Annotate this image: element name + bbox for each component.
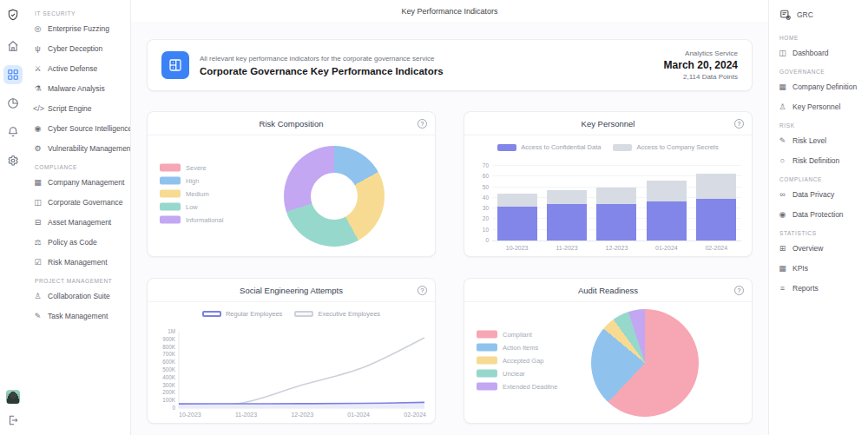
nav-item-key-personnel[interactable]: ♙Key Personnel [778, 102, 863, 111]
shield-logo-icon[interactable] [3, 5, 23, 24]
y-axis-tick: 300K [155, 382, 175, 388]
nav-item-kpis[interactable]: ▦KPIs [778, 264, 863, 273]
nav-item-company-management[interactable]: ▦Company Management [33, 178, 127, 187]
legend-label: Compliant [503, 330, 532, 338]
avatar[interactable] [6, 390, 20, 404]
legend-swatch [613, 144, 632, 151]
legend-label: Severe [186, 163, 207, 171]
glasses-icon: ∞ [778, 190, 787, 199]
nav-item-risk-level[interactable]: ✎Risk Level [778, 136, 863, 145]
legend-item-compliant: Compliant [477, 330, 557, 338]
nav-item-label: Corporate Governance [48, 198, 122, 207]
nav-item-task-management[interactable]: ✎Task Management [33, 312, 127, 320]
nav-item-label: Data Protection [792, 210, 844, 219]
legend-label: Medium [186, 189, 209, 197]
left-nav: IT SECURITY◎Enterprise FuzzingψCyber Dec… [26, 0, 130, 435]
help-icon[interactable]: ? [734, 119, 744, 129]
bar-segment [647, 201, 687, 241]
nav-item-label: Malware Analysis [48, 84, 105, 93]
help-icon[interactable]: ? [418, 286, 427, 295]
y-axis-tick: 1M [155, 328, 175, 334]
section-label-compliance: COMPLIANCE [779, 176, 863, 182]
nav-item-dashboard[interactable]: ◫Dashboard [778, 49, 863, 57]
grc-module-icon [779, 9, 792, 21]
bar-01-2024[interactable] [647, 181, 687, 241]
nav-item-label: Company Management [48, 178, 124, 187]
nav-item-risk-definition[interactable]: ○Risk Definition [778, 156, 863, 165]
nav-item-cyber-source-intelligence[interactable]: ◉Cyber Source Intelligence [33, 124, 127, 133]
window-icon: ◫ [778, 49, 787, 57]
swords-icon: ⚔ [33, 64, 43, 73]
nav-item-enterprise-fuzzing[interactable]: ◎Enterprise Fuzzing [33, 24, 127, 33]
legend-swatch [160, 189, 181, 197]
nav-item-label: Key Personnel [792, 102, 840, 111]
bar-11-2023[interactable] [547, 190, 587, 241]
legend-swatch [160, 215, 181, 223]
nav-item-label: Data Privacy [792, 190, 834, 199]
y-axis-tick: 600K [155, 359, 175, 365]
legend-item-regular-employees: Regular Employees [202, 310, 282, 318]
x-axis-tick: 11-2023 [235, 412, 257, 418]
pie-plot [591, 309, 699, 417]
main-panel: Key Performance Indicators All relevant … [130, 0, 769, 435]
bar-02-2024[interactable] [696, 174, 736, 241]
legend-swatch [160, 202, 181, 210]
nav-item-data-privacy[interactable]: ∞Data Privacy [778, 190, 863, 199]
nav-item-risk-management[interactable]: ☑Risk Management [33, 258, 127, 267]
card-title: Risk Composition [260, 119, 324, 129]
y-axis-tick: 400K [155, 374, 175, 380]
stack-icon: ≡ [778, 284, 787, 293]
check-shield-icon: ☑ [33, 258, 43, 267]
flask-icon: ⚗ [33, 84, 43, 93]
nav-item-label: Active Defense [48, 64, 97, 73]
x-axis-tick: 10-2023 [497, 245, 537, 251]
help-icon[interactable]: ? [734, 286, 744, 295]
nav-item-corporate-governance[interactable]: ◫Corporate Governance [33, 198, 127, 207]
legend-item-action-items: Action Items [477, 343, 557, 351]
bar-12-2023[interactable] [596, 188, 636, 241]
legend-item-accepted-gap: Accepted Gap [477, 356, 557, 364]
bar-segment [696, 174, 736, 199]
nav-item-reports[interactable]: ≡Reports [778, 284, 863, 293]
card-title: Social Engineering Attempts [240, 286, 343, 295]
legend-item-access-to-confidential-data: Access to Confidential Data [497, 143, 601, 151]
y-axis-tick: 60 [471, 173, 489, 179]
y-axis-tick: 10 [471, 227, 489, 233]
audit-readiness-card: Audit Readiness ? CompliantAction ItemsA… [464, 278, 753, 424]
bar-plot: 010203040506070 [492, 167, 741, 241]
legend-label: Informational [186, 215, 223, 223]
nav-item-label: KPIs [792, 264, 808, 273]
table-icon: ▦ [778, 264, 787, 273]
nav-item-active-defense[interactable]: ⚔Active Defense [33, 64, 127, 73]
help-icon[interactable]: ? [418, 119, 427, 129]
section-label-compliance: COMPLIANCE [35, 164, 127, 170]
legend-item-executive-employees: Executive Employees [294, 310, 380, 318]
nav-item-script-engine[interactable]: </>Script Engine [33, 104, 127, 113]
mask-icon: ψ [33, 44, 43, 53]
bell-icon[interactable] [3, 122, 23, 142]
eye-icon: ◉ [778, 210, 787, 219]
gear-icon[interactable] [3, 151, 23, 170]
nav-item-overview[interactable]: ⊞Overview [778, 244, 863, 253]
pie-chart-icon[interactable] [3, 94, 23, 113]
nav-item-data-protection[interactable]: ◉Data Protection [778, 210, 863, 219]
nav-item-malware-analysis[interactable]: ⚗Malware Analysis [33, 84, 127, 93]
nav-item-label: Cyber Deception [48, 44, 102, 53]
nav-item-label: Risk Management [48, 258, 108, 267]
nav-item-policy-as-code[interactable]: ⚖Policy as Code [33, 238, 127, 247]
nav-item-collaboration-suite[interactable]: ♙Collaboration Suite [33, 292, 127, 300]
y-axis-tick: 40 [471, 194, 489, 201]
nav-item-company-definition[interactable]: ▦Company Definition [778, 82, 863, 91]
risk-composition-chart: SevereHighMediumLowInformational [148, 135, 435, 256]
bar-10-2023[interactable] [497, 194, 537, 241]
nav-item-vulnerability-management[interactable]: ⚙Vulnerability Management [33, 144, 127, 153]
bank-icon: ◫ [33, 198, 43, 207]
legend-swatch [497, 144, 516, 151]
dashboard-grid-icon[interactable] [3, 65, 23, 84]
logout-icon[interactable] [3, 411, 23, 430]
section-label-project-management: PROJECT MANAGEMENT [35, 278, 127, 284]
legend-item-severe: Severe [160, 163, 223, 171]
nav-item-asset-management[interactable]: ⊟Asset Management [33, 218, 127, 227]
home-icon[interactable] [3, 36, 23, 56]
nav-item-cyber-deception[interactable]: ψCyber Deception [33, 44, 127, 53]
